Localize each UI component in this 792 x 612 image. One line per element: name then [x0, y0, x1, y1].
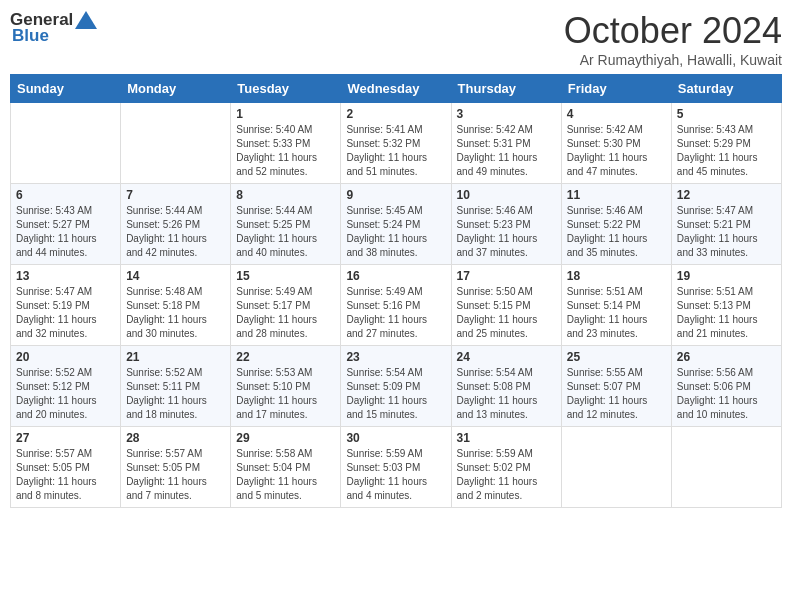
- day-number: 2: [346, 107, 445, 121]
- calendar-cell: [561, 427, 671, 508]
- day-number: 6: [16, 188, 115, 202]
- day-number: 5: [677, 107, 776, 121]
- calendar-cell: [121, 103, 231, 184]
- calendar-header-monday: Monday: [121, 75, 231, 103]
- day-number: 30: [346, 431, 445, 445]
- calendar-cell: 9Sunrise: 5:45 AMSunset: 5:24 PMDaylight…: [341, 184, 451, 265]
- calendar-week-row: 13Sunrise: 5:47 AMSunset: 5:19 PMDayligh…: [11, 265, 782, 346]
- day-info: Sunrise: 5:42 AMSunset: 5:30 PMDaylight:…: [567, 123, 666, 179]
- calendar-cell: 6Sunrise: 5:43 AMSunset: 5:27 PMDaylight…: [11, 184, 121, 265]
- day-number: 17: [457, 269, 556, 283]
- calendar-cell: 11Sunrise: 5:46 AMSunset: 5:22 PMDayligh…: [561, 184, 671, 265]
- day-info: Sunrise: 5:58 AMSunset: 5:04 PMDaylight:…: [236, 447, 335, 503]
- day-number: 1: [236, 107, 335, 121]
- day-info: Sunrise: 5:54 AMSunset: 5:08 PMDaylight:…: [457, 366, 556, 422]
- calendar-cell: 15Sunrise: 5:49 AMSunset: 5:17 PMDayligh…: [231, 265, 341, 346]
- day-number: 10: [457, 188, 556, 202]
- logo-blue-text: Blue: [12, 26, 49, 46]
- calendar-header-wednesday: Wednesday: [341, 75, 451, 103]
- calendar-cell: 13Sunrise: 5:47 AMSunset: 5:19 PMDayligh…: [11, 265, 121, 346]
- day-number: 15: [236, 269, 335, 283]
- day-info: Sunrise: 5:51 AMSunset: 5:13 PMDaylight:…: [677, 285, 776, 341]
- calendar-cell: 17Sunrise: 5:50 AMSunset: 5:15 PMDayligh…: [451, 265, 561, 346]
- day-info: Sunrise: 5:46 AMSunset: 5:22 PMDaylight:…: [567, 204, 666, 260]
- day-number: 9: [346, 188, 445, 202]
- day-info: Sunrise: 5:46 AMSunset: 5:23 PMDaylight:…: [457, 204, 556, 260]
- location-text: Ar Rumaythiyah, Hawalli, Kuwait: [564, 52, 782, 68]
- day-info: Sunrise: 5:44 AMSunset: 5:25 PMDaylight:…: [236, 204, 335, 260]
- day-number: 8: [236, 188, 335, 202]
- day-number: 12: [677, 188, 776, 202]
- day-number: 27: [16, 431, 115, 445]
- calendar-cell: 22Sunrise: 5:53 AMSunset: 5:10 PMDayligh…: [231, 346, 341, 427]
- calendar-cell: 28Sunrise: 5:57 AMSunset: 5:05 PMDayligh…: [121, 427, 231, 508]
- month-title: October 2024: [564, 10, 782, 52]
- calendar-header-friday: Friday: [561, 75, 671, 103]
- day-number: 23: [346, 350, 445, 364]
- day-number: 22: [236, 350, 335, 364]
- day-number: 31: [457, 431, 556, 445]
- day-number: 3: [457, 107, 556, 121]
- day-number: 21: [126, 350, 225, 364]
- day-info: Sunrise: 5:44 AMSunset: 5:26 PMDaylight:…: [126, 204, 225, 260]
- calendar-cell: 2Sunrise: 5:41 AMSunset: 5:32 PMDaylight…: [341, 103, 451, 184]
- calendar-cell: 30Sunrise: 5:59 AMSunset: 5:03 PMDayligh…: [341, 427, 451, 508]
- day-info: Sunrise: 5:51 AMSunset: 5:14 PMDaylight:…: [567, 285, 666, 341]
- calendar-header-sunday: Sunday: [11, 75, 121, 103]
- day-info: Sunrise: 5:50 AMSunset: 5:15 PMDaylight:…: [457, 285, 556, 341]
- day-info: Sunrise: 5:52 AMSunset: 5:11 PMDaylight:…: [126, 366, 225, 422]
- calendar-cell: 8Sunrise: 5:44 AMSunset: 5:25 PMDaylight…: [231, 184, 341, 265]
- day-info: Sunrise: 5:47 AMSunset: 5:21 PMDaylight:…: [677, 204, 776, 260]
- calendar-week-row: 6Sunrise: 5:43 AMSunset: 5:27 PMDaylight…: [11, 184, 782, 265]
- day-number: 29: [236, 431, 335, 445]
- day-info: Sunrise: 5:54 AMSunset: 5:09 PMDaylight:…: [346, 366, 445, 422]
- calendar-cell: 31Sunrise: 5:59 AMSunset: 5:02 PMDayligh…: [451, 427, 561, 508]
- day-info: Sunrise: 5:42 AMSunset: 5:31 PMDaylight:…: [457, 123, 556, 179]
- day-info: Sunrise: 5:40 AMSunset: 5:33 PMDaylight:…: [236, 123, 335, 179]
- title-section: October 2024 Ar Rumaythiyah, Hawalli, Ku…: [564, 10, 782, 68]
- day-number: 19: [677, 269, 776, 283]
- logo-icon: [75, 11, 97, 29]
- day-number: 25: [567, 350, 666, 364]
- day-info: Sunrise: 5:49 AMSunset: 5:17 PMDaylight:…: [236, 285, 335, 341]
- calendar-cell: 12Sunrise: 5:47 AMSunset: 5:21 PMDayligh…: [671, 184, 781, 265]
- day-number: 13: [16, 269, 115, 283]
- day-number: 18: [567, 269, 666, 283]
- day-number: 4: [567, 107, 666, 121]
- day-info: Sunrise: 5:41 AMSunset: 5:32 PMDaylight:…: [346, 123, 445, 179]
- calendar-cell: 26Sunrise: 5:56 AMSunset: 5:06 PMDayligh…: [671, 346, 781, 427]
- calendar-cell: 7Sunrise: 5:44 AMSunset: 5:26 PMDaylight…: [121, 184, 231, 265]
- calendar-cell: 1Sunrise: 5:40 AMSunset: 5:33 PMDaylight…: [231, 103, 341, 184]
- day-number: 26: [677, 350, 776, 364]
- calendar-week-row: 27Sunrise: 5:57 AMSunset: 5:05 PMDayligh…: [11, 427, 782, 508]
- day-info: Sunrise: 5:59 AMSunset: 5:02 PMDaylight:…: [457, 447, 556, 503]
- day-info: Sunrise: 5:57 AMSunset: 5:05 PMDaylight:…: [16, 447, 115, 503]
- logo: General Blue: [10, 10, 97, 46]
- calendar-table: SundayMondayTuesdayWednesdayThursdayFrid…: [10, 74, 782, 508]
- calendar-cell: 23Sunrise: 5:54 AMSunset: 5:09 PMDayligh…: [341, 346, 451, 427]
- calendar-cell: 14Sunrise: 5:48 AMSunset: 5:18 PMDayligh…: [121, 265, 231, 346]
- day-info: Sunrise: 5:55 AMSunset: 5:07 PMDaylight:…: [567, 366, 666, 422]
- calendar-header-tuesday: Tuesday: [231, 75, 341, 103]
- svg-marker-0: [75, 11, 97, 29]
- calendar-cell: 10Sunrise: 5:46 AMSunset: 5:23 PMDayligh…: [451, 184, 561, 265]
- day-info: Sunrise: 5:53 AMSunset: 5:10 PMDaylight:…: [236, 366, 335, 422]
- calendar-cell: 24Sunrise: 5:54 AMSunset: 5:08 PMDayligh…: [451, 346, 561, 427]
- calendar-cell: 29Sunrise: 5:58 AMSunset: 5:04 PMDayligh…: [231, 427, 341, 508]
- calendar-cell: 25Sunrise: 5:55 AMSunset: 5:07 PMDayligh…: [561, 346, 671, 427]
- calendar-cell: 19Sunrise: 5:51 AMSunset: 5:13 PMDayligh…: [671, 265, 781, 346]
- calendar-cell: 4Sunrise: 5:42 AMSunset: 5:30 PMDaylight…: [561, 103, 671, 184]
- day-number: 16: [346, 269, 445, 283]
- day-number: 24: [457, 350, 556, 364]
- day-number: 11: [567, 188, 666, 202]
- day-info: Sunrise: 5:59 AMSunset: 5:03 PMDaylight:…: [346, 447, 445, 503]
- day-number: 7: [126, 188, 225, 202]
- day-number: 20: [16, 350, 115, 364]
- day-info: Sunrise: 5:52 AMSunset: 5:12 PMDaylight:…: [16, 366, 115, 422]
- day-info: Sunrise: 5:43 AMSunset: 5:27 PMDaylight:…: [16, 204, 115, 260]
- day-info: Sunrise: 5:43 AMSunset: 5:29 PMDaylight:…: [677, 123, 776, 179]
- day-number: 28: [126, 431, 225, 445]
- calendar-week-row: 1Sunrise: 5:40 AMSunset: 5:33 PMDaylight…: [11, 103, 782, 184]
- calendar-cell: 18Sunrise: 5:51 AMSunset: 5:14 PMDayligh…: [561, 265, 671, 346]
- day-info: Sunrise: 5:57 AMSunset: 5:05 PMDaylight:…: [126, 447, 225, 503]
